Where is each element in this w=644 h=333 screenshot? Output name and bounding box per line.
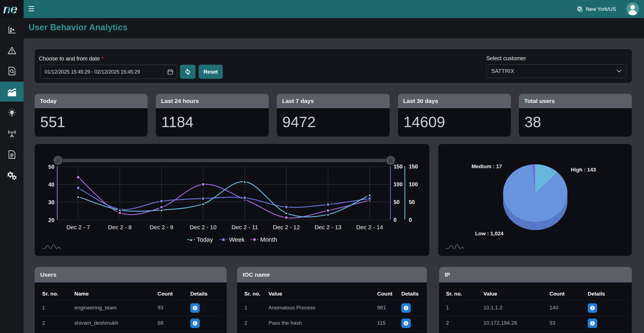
svg-text:ne: ne [3, 3, 17, 15]
svg-text:Low : 1,024: Low : 1,024 [475, 231, 504, 236]
svg-text:0: 0 [394, 217, 397, 223]
svg-text:High : 143: High : 143 [571, 167, 596, 173]
svg-text:Dec 2 - 12: Dec 2 - 12 [273, 224, 300, 230]
svg-text:Dec 2 - 11: Dec 2 - 11 [232, 224, 258, 230]
svg-text:Dec 2 - 7: Dec 2 - 7 [66, 224, 90, 230]
svg-text:150: 150 [394, 163, 403, 170]
svg-text:Month: Month [260, 236, 277, 243]
svg-text:20: 20 [48, 217, 54, 223]
svg-text:Today: Today [197, 236, 213, 243]
svg-text:50: 50 [394, 199, 400, 205]
svg-text:Dec 2 - 13: Dec 2 - 13 [315, 224, 341, 230]
svg-text:50: 50 [409, 199, 415, 205]
svg-text:Medium : 17: Medium : 17 [471, 163, 502, 169]
svg-text:150: 150 [409, 163, 418, 170]
svg-text:50: 50 [48, 164, 54, 170]
svg-text:Dec 2 - 10: Dec 2 - 10 [190, 224, 217, 230]
svg-text:Dec 2 - 8: Dec 2 - 8 [108, 224, 131, 230]
svg-text:Dec 2 - 14: Dec 2 - 14 [356, 224, 383, 230]
svg-text:0: 0 [409, 217, 412, 223]
svg-text:40: 40 [48, 181, 54, 188]
svg-text:100: 100 [394, 181, 403, 187]
svg-text:Dec 2 - 9: Dec 2 - 9 [150, 224, 173, 230]
svg-text:Week: Week [229, 236, 245, 243]
svg-text:100: 100 [409, 181, 418, 187]
svg-text:30: 30 [48, 199, 54, 205]
